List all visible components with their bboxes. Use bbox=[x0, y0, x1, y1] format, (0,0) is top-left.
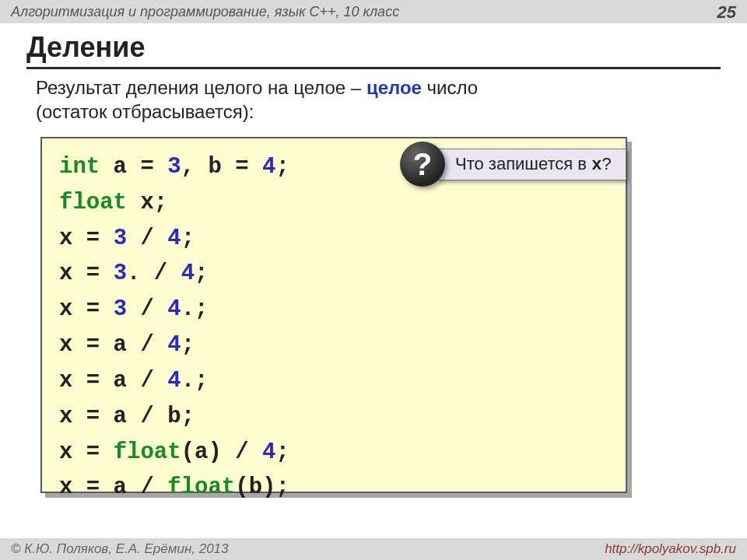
footer-url: http://kpolyakov.spb.ru bbox=[605, 541, 736, 557]
code-line-9: x = float(a) / 4; bbox=[59, 435, 608, 471]
question-callout: ? Что запишется в x? bbox=[400, 142, 626, 187]
code-line-5: x = 3 / 4.; bbox=[59, 292, 608, 327]
desc-emphasis: целое bbox=[366, 77, 422, 98]
code-line-8: x = a / b; bbox=[59, 399, 608, 435]
header-bar: Алгоритмизация и программирование, язык … bbox=[0, 0, 747, 23]
code-line-10: x = a / float(b); bbox=[59, 470, 608, 506]
copyright: © К.Ю. Поляков, Е.А. Ерёмин, 2013 bbox=[11, 541, 229, 557]
slide: Алгоритмизация и программирование, язык … bbox=[0, 0, 747, 560]
code-line-4: x = 3. / 4; bbox=[59, 256, 608, 292]
desc-line1-b: число bbox=[422, 77, 478, 98]
slide-title: Деление bbox=[26, 31, 145, 64]
code-line-2: float x; bbox=[59, 185, 608, 221]
course-title: Алгоритмизация и программирование, язык … bbox=[11, 4, 399, 20]
question-mark-icon: ? bbox=[400, 142, 445, 187]
page-number: 25 bbox=[717, 2, 736, 23]
desc-line2: (остаток отбрасывается): bbox=[36, 101, 254, 122]
title-underline bbox=[26, 67, 721, 69]
question-var: x bbox=[591, 156, 601, 175]
code-line-6: x = a / 4; bbox=[59, 327, 608, 363]
code-line-3: x = 3 / 4; bbox=[59, 221, 608, 257]
code-line-7: x = a / 4.; bbox=[59, 363, 608, 399]
question-text-b: ? bbox=[601, 154, 611, 173]
footer-bar: © К.Ю. Поляков, Е.А. Ерёмин, 2013 http:/… bbox=[0, 538, 747, 560]
question-box: Что запишется в x? bbox=[437, 149, 626, 180]
desc-line1-a: Результат деления целого на целое – bbox=[36, 77, 366, 98]
question-text-a: Что запишется в bbox=[455, 154, 591, 173]
description: Результат деления целого на целое – цело… bbox=[36, 76, 478, 124]
code-block: int a = 3, b = 4; float x; x = 3 / 4; x … bbox=[40, 137, 627, 493]
